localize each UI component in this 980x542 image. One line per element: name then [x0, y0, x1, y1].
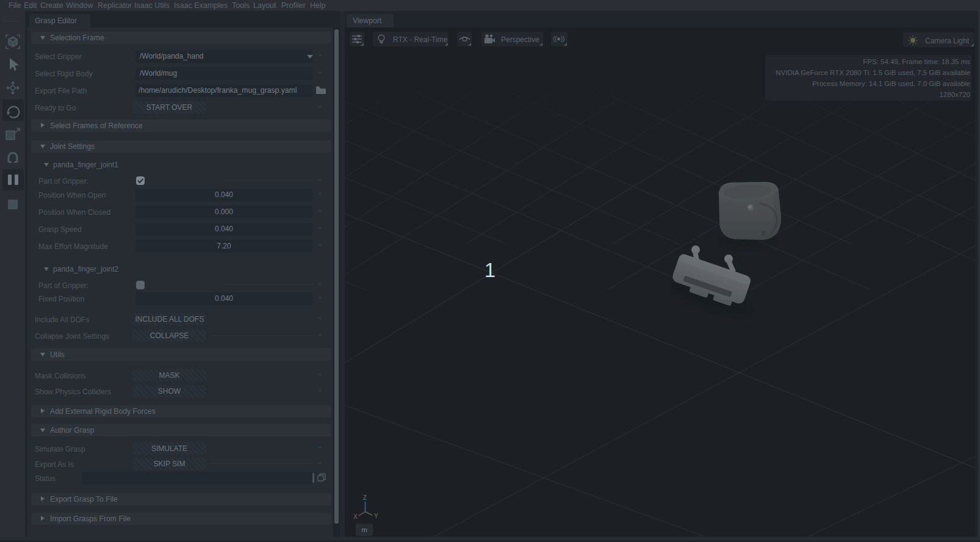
svg-text:Y: Y [374, 513, 378, 519]
svg-text:Z: Z [363, 494, 367, 501]
svg-text:X: X [353, 513, 358, 520]
